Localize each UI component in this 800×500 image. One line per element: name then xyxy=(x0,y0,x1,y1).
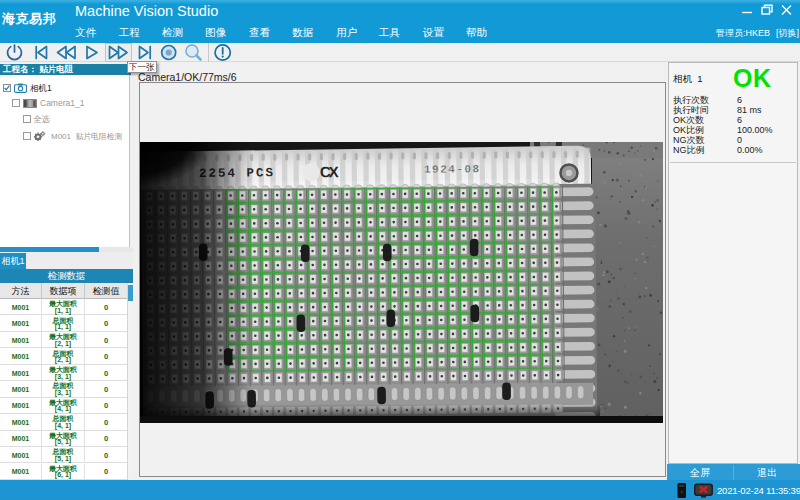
svg-text:1924-08: 1924-08 xyxy=(423,163,480,176)
svg-text:CX: CX xyxy=(319,163,338,180)
